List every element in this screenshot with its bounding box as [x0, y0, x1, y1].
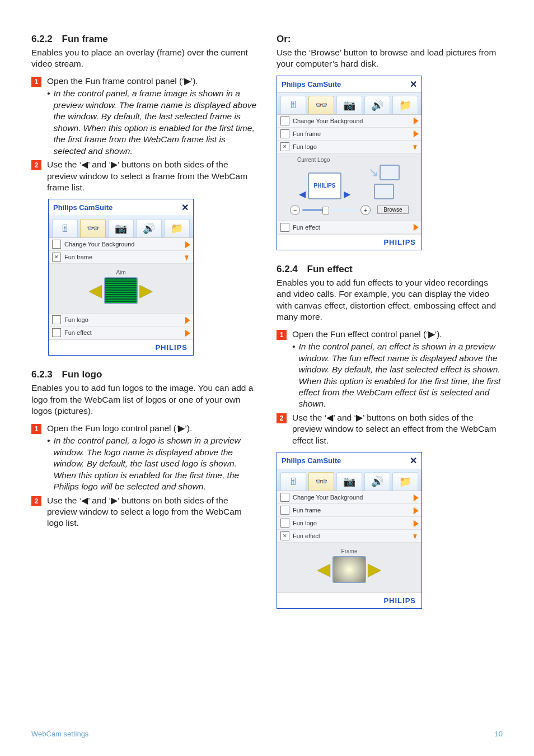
row-funeffect[interactable]: Fun effect ▶	[49, 326, 193, 339]
close-icon[interactable]: ✕	[181, 202, 189, 213]
prev-effect-button[interactable]: ◀	[318, 562, 330, 577]
checkbox-checked[interactable]: ✕	[280, 531, 289, 540]
tab-3[interactable]: 📷	[336, 472, 362, 491]
tab-2[interactable]: 👓	[80, 219, 106, 237]
row-funlogo[interactable]: Fun logo ▶	[277, 517, 421, 530]
bullet-text: In the control panel, a frame image is s…	[53, 88, 257, 157]
row-funlogo[interactable]: Fun logo ▶	[49, 314, 193, 326]
checkbox-unchecked[interactable]	[280, 519, 289, 528]
chevron-right-icon[interactable]: ▶	[414, 129, 418, 139]
tab-2[interactable]: 👓	[308, 472, 334, 491]
prev-frame-button[interactable]: ◀	[90, 283, 102, 298]
speaker-icon: 🔊	[371, 475, 383, 488]
step-2: 2 Use the ‘◀’ and ‘▶’ buttons on both si…	[31, 159, 257, 193]
heading-6-2-4: 6.2.4 Fun effect	[277, 264, 503, 275]
tab-3[interactable]: 📷	[108, 219, 134, 237]
page: 6.2.2 Fun frame Enables you to place an …	[0, 0, 534, 756]
chevron-right-icon[interactable]: ▶	[414, 222, 418, 232]
left-column: 6.2.2 Fun frame Enables you to place an …	[31, 34, 257, 617]
chevron-right-icon[interactable]: ▶	[414, 518, 418, 528]
preview-box: ◀ ▶	[90, 277, 152, 304]
tab-1[interactable]: 🎚	[52, 219, 78, 237]
row-changebg[interactable]: Change Your Background ▶	[49, 238, 193, 251]
chevron-down-icon[interactable]: ▼	[412, 142, 418, 152]
panel-titlebar: Philips CamSuite ✕	[49, 199, 193, 216]
tab-2[interactable]: 👓	[308, 96, 334, 114]
row-label: Change Your Background	[293, 494, 414, 501]
panel-title: Philips CamSuite	[282, 456, 341, 465]
panel-titlebar: Philips CamSuite ✕	[277, 452, 421, 469]
steps-6-2-4: 1 Open the Fun effect control panel (‘▶’…	[277, 329, 503, 447]
checkbox-checked[interactable]: ✕	[280, 142, 289, 151]
chevron-down-icon[interactable]: ▼	[412, 531, 418, 541]
bullet-dot: •	[292, 341, 295, 352]
row-funeffect[interactable]: Fun effect ▶	[277, 221, 421, 234]
equalizer-icon: 🎚	[288, 99, 298, 111]
step-2: 2 Use the ‘◀’ and ‘▶’ buttons on both si…	[277, 412, 503, 446]
close-icon[interactable]: ✕	[410, 455, 417, 466]
position-thumb-2[interactable]	[374, 184, 394, 199]
row-label: Fun frame	[293, 130, 414, 137]
tab-4[interactable]: 🔊	[364, 472, 390, 491]
tab-5[interactable]: 📁	[164, 219, 190, 237]
position-thumb-1[interactable]	[380, 165, 400, 180]
chevron-right-icon[interactable]: ▶	[185, 315, 190, 325]
preview-box: ◀ ▶	[318, 556, 381, 583]
next-logo-button[interactable]: ▶	[344, 189, 350, 199]
chevron-right-icon[interactable]: ▶	[414, 492, 418, 502]
chevron-right-icon[interactable]: ▶	[185, 328, 190, 338]
checkbox-checked[interactable]: ✕	[52, 253, 61, 262]
intro-6-2-3: Enables you to add fun logos to the imag…	[31, 382, 257, 417]
checkbox-unchecked[interactable]	[52, 328, 61, 337]
checkbox-unchecked[interactable]	[280, 493, 289, 502]
row-changebg[interactable]: Change Your Background ▶	[277, 491, 421, 504]
tab-5[interactable]: 📁	[392, 472, 418, 491]
row-changebg[interactable]: Change Your Background ▶	[277, 115, 421, 128]
increase-button[interactable]: +	[360, 205, 371, 215]
panel-rows: Change Your Background ▶ ✕ Fun frame ▼ A…	[49, 238, 193, 339]
heading-6-2-3: 6.2.3 Fun logo	[31, 369, 257, 380]
checkbox-unchecked[interactable]	[280, 223, 289, 232]
checkbox-unchecked[interactable]	[280, 506, 289, 515]
preview-label: Frame	[282, 548, 417, 554]
row-funframe[interactable]: Fun frame ▶	[277, 128, 421, 141]
tab-1[interactable]: 🎚	[280, 96, 306, 114]
next-effect-button[interactable]: ▶	[368, 562, 381, 577]
row-funframe[interactable]: Fun frame ▶	[277, 504, 421, 517]
tab-3[interactable]: 📷	[336, 96, 362, 114]
browse-button[interactable]: Browse	[377, 206, 408, 214]
or-heading: Or:	[277, 34, 503, 45]
slider-track[interactable]	[302, 209, 358, 211]
funeffect-expanded: Frame ◀ ▶	[277, 543, 421, 592]
chevron-down-icon[interactable]: ▼	[184, 253, 190, 262]
tab-4[interactable]: 🔊	[364, 96, 390, 114]
prev-logo-button[interactable]: ◀	[299, 189, 306, 199]
chevron-right-icon[interactable]: ▶	[185, 239, 190, 249]
decrease-button[interactable]: −	[290, 205, 300, 215]
panel-titlebar: Philips CamSuite ✕	[277, 76, 421, 93]
chevron-right-icon[interactable]: ▶	[414, 116, 418, 126]
tab-1[interactable]: 🎚	[280, 472, 306, 491]
row-funframe[interactable]: ✕ Fun frame ▼	[49, 251, 193, 264]
checkbox-unchecked[interactable]	[52, 315, 61, 324]
chevron-right-icon[interactable]: ▶	[414, 505, 418, 515]
glasses-icon: 👓	[315, 99, 327, 111]
tab-5[interactable]: 📁	[392, 96, 418, 114]
bullet-text: In the control panel, an effect is shown…	[298, 341, 503, 410]
row-funeffect[interactable]: ✕ Fun effect ▼	[277, 530, 421, 543]
close-icon[interactable]: ✕	[410, 79, 417, 90]
steps-6-2-2: 1 Open the Fun frame control panel (‘▶’)…	[31, 76, 257, 194]
tab-4[interactable]: 🔊	[136, 219, 162, 237]
checkbox-unchecked[interactable]	[280, 129, 289, 138]
glasses-icon: 👓	[315, 475, 327, 488]
camera-icon: 📷	[343, 99, 355, 111]
step-2-text: Use the ‘◀’ and ‘▶’ buttons on both side…	[292, 412, 503, 446]
frame-thumbnail	[104, 277, 138, 304]
step-1: 1 Open the Fun effect control panel (‘▶’…	[277, 329, 503, 340]
next-frame-button[interactable]: ▶	[140, 283, 152, 298]
slider-knob[interactable]	[322, 207, 329, 214]
funlogo-expanded: Current Logo ◀ PHILIPS ▶ ↘	[277, 153, 421, 221]
checkbox-unchecked[interactable]	[280, 116, 289, 125]
row-funlogo[interactable]: ✕ Fun logo ▼	[277, 141, 421, 153]
checkbox-unchecked[interactable]	[52, 240, 61, 249]
